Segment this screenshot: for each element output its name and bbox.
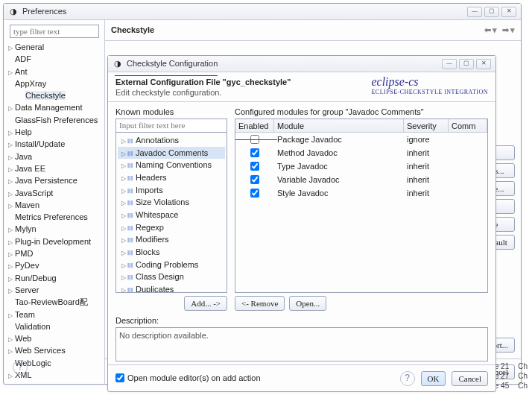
description-box: No description available.: [115, 327, 488, 361]
table-row[interactable]: Method Javadocinherit: [235, 146, 487, 159]
minimize-button[interactable]: —: [467, 7, 482, 17]
tree-item[interactable]: ▷Ant: [5, 66, 103, 78]
config-name: External Configuration File "gyc_checkst…: [115, 78, 291, 86]
row-module: Method Javadoc: [274, 148, 404, 158]
known-modules-label: Known modules: [115, 107, 227, 117]
known-filter-input[interactable]: [115, 119, 227, 132]
known-module-item[interactable]: ▷⦀⦀Naming Conventions: [118, 159, 225, 171]
close-button[interactable]: ✕: [476, 59, 491, 69]
tree-item[interactable]: ▷Server: [5, 284, 103, 296]
checkstyle-config-dialog: ◑ Checkstyle Configuration — ▢ ✕ Externa…: [107, 55, 496, 392]
back-icon[interactable]: ⬅: [484, 25, 491, 35]
configured-modules-table[interactable]: Enabled Module Severity Comm Package Jav…: [235, 119, 488, 293]
known-module-item[interactable]: ▷⦀⦀Whitespace: [118, 209, 225, 221]
preferences-titlebar[interactable]: ◑ Preferences — ▢ ✕: [4, 4, 521, 20]
tree-item[interactable]: ▷Data Management: [5, 101, 103, 113]
tree-item[interactable]: ▷PMD: [5, 247, 103, 259]
section-title: Checkstyle: [111, 25, 154, 35]
known-modules-list[interactable]: ▷⦀⦀Annotations▷⦀⦀Javadoc Comments▷⦀⦀Nami…: [115, 132, 227, 293]
tree-item[interactable]: Validation: [5, 320, 103, 332]
tree-item[interactable]: ▷JavaScript: [5, 187, 103, 199]
annotation-underline: [235, 139, 277, 140]
row-module: Variable Javadoc: [274, 174, 404, 185]
preferences-title: Preferences: [22, 6, 463, 16]
section-header: Checkstyle ⬅ ▾ ➡ ▾: [105, 20, 521, 41]
col-module[interactable]: Module: [274, 119, 404, 132]
maximize-button[interactable]: ▢: [484, 7, 499, 17]
help-icon[interactable]: ?: [13, 360, 28, 375]
forward-icon[interactable]: ➡: [502, 25, 509, 35]
row-enabled-checkbox[interactable]: [250, 189, 259, 198]
tree-item[interactable]: ▷Java EE: [5, 162, 103, 174]
row-module: Package Javadoc: [274, 134, 404, 145]
row-severity: inherit: [404, 174, 449, 185]
open-editor-checkbox-label: Open module editor(s) on add action: [127, 373, 261, 383]
known-module-item[interactable]: ▷⦀⦀Annotations: [118, 134, 225, 147]
row-module: Type Javadoc: [274, 161, 404, 171]
known-module-item[interactable]: ▷⦀⦀Javadoc Comments: [118, 147, 225, 159]
minimize-button[interactable]: —: [442, 59, 457, 69]
tree-item[interactable]: ▷Web: [5, 332, 103, 344]
known-module-item[interactable]: ▷⦀⦀Duplicates: [118, 283, 225, 293]
row-enabled-checkbox[interactable]: [250, 162, 259, 171]
col-severity[interactable]: Severity: [404, 119, 449, 132]
configured-modules-label: Configured modules for group "Javadoc Co…: [235, 107, 488, 117]
add-button[interactable]: Add... ->: [184, 296, 227, 311]
tree-item[interactable]: ▷Java: [5, 151, 103, 162]
row-severity: inherit: [404, 148, 449, 158]
col-comment[interactable]: Comm: [449, 119, 487, 132]
tree-item[interactable]: ▷Plug-in Development: [5, 236, 103, 247]
eclipse-cs-logo: eclipse-csECLIPSE-CHECKSTYLE INTEGRATION: [371, 75, 488, 95]
tree-filter-input[interactable]: [10, 25, 99, 38]
table-row[interactable]: Style Javadocinherit: [235, 186, 487, 200]
tree-item[interactable]: Tao-ReviewBoard配: [5, 296, 103, 308]
tree-item[interactable]: AppXray: [5, 78, 103, 89]
tree-item[interactable]: ▷Web Services: [5, 344, 103, 356]
checkstyle-titlebar[interactable]: ◑ Checkstyle Configuration — ▢ ✕: [108, 56, 495, 72]
known-module-item[interactable]: ▷⦀⦀Size Violations: [118, 196, 225, 209]
row-severity: ignore: [404, 134, 449, 145]
open-button[interactable]: Open...: [289, 296, 326, 311]
preferences-tree[interactable]: ▷GeneralADF▷AntAppXrayCheckstyle▷Data Ma…: [4, 20, 105, 384]
open-editor-checkbox-input[interactable]: [115, 373, 124, 382]
known-module-item[interactable]: ▷⦀⦀Coding Problems: [118, 259, 225, 271]
tree-item[interactable]: ▷Team: [5, 309, 103, 320]
known-module-item[interactable]: ▷⦀⦀Class Design: [118, 271, 225, 283]
close-button[interactable]: ✕: [501, 7, 516, 17]
row-enabled-checkbox[interactable]: [250, 175, 259, 184]
table-row[interactable]: Variable Javadocinherit: [235, 173, 487, 186]
help-icon[interactable]: ?: [400, 371, 415, 386]
row-module: Style Javadoc: [274, 188, 404, 198]
row-severity: inherit: [404, 188, 449, 198]
tree-item[interactable]: ADF: [5, 53, 103, 65]
known-module-item[interactable]: ▷⦀⦀Blocks: [118, 246, 225, 259]
tree-item[interactable]: ▷PyDev: [5, 259, 103, 271]
tree-item[interactable]: ▷Install/Update: [5, 138, 103, 150]
eclipse-icon: ◑: [8, 7, 19, 17]
known-module-item[interactable]: ▷⦀⦀Modifiers: [118, 233, 225, 246]
known-module-item[interactable]: ▷⦀⦀Imports: [118, 184, 225, 197]
tree-item[interactable]: ▷Run/Debug: [5, 272, 103, 284]
tree-item[interactable]: Checkstyle: [5, 89, 103, 101]
tree-item[interactable]: ▷General: [5, 41, 103, 53]
row-severity: inherit: [404, 161, 449, 171]
known-module-item[interactable]: ▷⦀⦀Regexp: [118, 221, 225, 234]
maximize-button[interactable]: ▢: [459, 59, 474, 69]
config-subtitle: Edit checkstyle configuration.: [115, 88, 221, 97]
col-enabled[interactable]: Enabled: [235, 119, 274, 132]
tree-item[interactable]: ▷Java Persistence: [5, 174, 103, 186]
cancel-button[interactable]: Cancel: [452, 371, 488, 386]
remove-button[interactable]: <- Remove: [235, 296, 285, 311]
tree-item[interactable]: ▷Maven: [5, 199, 103, 211]
tree-item[interactable]: Metrics Preferences: [5, 211, 103, 223]
ok-button[interactable]: OK: [421, 371, 446, 386]
known-module-item[interactable]: ▷⦀⦀Headers: [118, 171, 225, 184]
row-enabled-checkbox[interactable]: [250, 148, 259, 157]
tree-item[interactable]: ▷Help: [5, 126, 103, 138]
open-editor-checkbox[interactable]: Open module editor(s) on add action: [115, 373, 261, 383]
tree-item[interactable]: ▷Mylyn: [5, 223, 103, 235]
annotation-underline: [115, 75, 218, 76]
table-row[interactable]: Type Javadocinherit: [235, 159, 487, 173]
tree-item[interactable]: GlassFish Preferences: [5, 114, 103, 126]
description-label: Description:: [115, 315, 488, 326]
